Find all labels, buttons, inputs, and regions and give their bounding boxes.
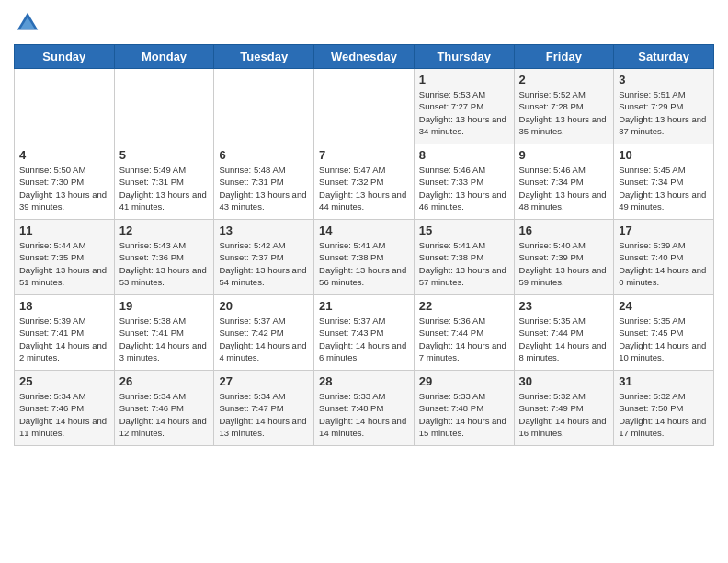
day-info: Sunrise: 5:50 AM Sunset: 7:30 PM Dayligh… bbox=[19, 164, 109, 213]
calendar-cell: 2Sunrise: 5:52 AM Sunset: 7:28 PM Daylig… bbox=[514, 69, 614, 144]
day-info: Sunrise: 5:47 AM Sunset: 7:32 PM Dayligh… bbox=[319, 164, 409, 213]
calendar-cell: 8Sunrise: 5:46 AM Sunset: 7:33 PM Daylig… bbox=[414, 144, 514, 220]
day-number: 21 bbox=[319, 299, 409, 313]
calendar-cell: 25Sunrise: 5:34 AM Sunset: 7:46 PM Dayli… bbox=[15, 371, 115, 446]
calendar-cell: 7Sunrise: 5:47 AM Sunset: 7:32 PM Daylig… bbox=[314, 144, 415, 220]
day-info: Sunrise: 5:35 AM Sunset: 7:44 PM Dayligh… bbox=[519, 315, 609, 363]
day-number: 28 bbox=[319, 374, 409, 388]
day-number: 10 bbox=[619, 148, 709, 162]
header-day-thursday: Thursday bbox=[414, 45, 514, 69]
week-row-2: 11Sunrise: 5:44 AM Sunset: 7:35 PM Dayli… bbox=[15, 220, 714, 295]
day-number: 27 bbox=[219, 374, 309, 388]
header-row: SundayMondayTuesdayWednesdayThursdayFrid… bbox=[15, 45, 714, 69]
day-info: Sunrise: 5:52 AM Sunset: 7:28 PM Dayligh… bbox=[519, 88, 609, 137]
day-number: 25 bbox=[19, 374, 109, 388]
calendar-cell: 19Sunrise: 5:38 AM Sunset: 7:41 PM Dayli… bbox=[114, 295, 214, 371]
calendar-cell: 17Sunrise: 5:39 AM Sunset: 7:40 PM Dayli… bbox=[614, 220, 714, 295]
day-info: Sunrise: 5:34 AM Sunset: 7:46 PM Dayligh… bbox=[119, 390, 210, 439]
day-number: 5 bbox=[119, 148, 210, 162]
day-number: 15 bbox=[419, 224, 509, 237]
calendar-cell: 6Sunrise: 5:48 AM Sunset: 7:31 PM Daylig… bbox=[214, 144, 314, 220]
day-info: Sunrise: 5:36 AM Sunset: 7:44 PM Dayligh… bbox=[419, 315, 509, 363]
calendar-cell: 31Sunrise: 5:32 AM Sunset: 7:50 PM Dayli… bbox=[614, 371, 714, 446]
day-info: Sunrise: 5:33 AM Sunset: 7:48 PM Dayligh… bbox=[419, 390, 509, 439]
calendar-cell: 30Sunrise: 5:32 AM Sunset: 7:49 PM Dayli… bbox=[514, 371, 614, 446]
calendar-cell: 1Sunrise: 5:53 AM Sunset: 7:27 PM Daylig… bbox=[414, 69, 514, 144]
day-number: 2 bbox=[519, 73, 609, 86]
calendar-cell: 4Sunrise: 5:50 AM Sunset: 7:30 PM Daylig… bbox=[15, 144, 115, 220]
day-info: Sunrise: 5:33 AM Sunset: 7:48 PM Dayligh… bbox=[319, 390, 409, 439]
day-info: Sunrise: 5:46 AM Sunset: 7:33 PM Dayligh… bbox=[419, 164, 509, 213]
calendar-cell: 23Sunrise: 5:35 AM Sunset: 7:44 PM Dayli… bbox=[514, 295, 614, 371]
day-info: Sunrise: 5:34 AM Sunset: 7:46 PM Dayligh… bbox=[19, 390, 109, 439]
header bbox=[14, 9, 714, 37]
calendar-cell: 5Sunrise: 5:49 AM Sunset: 7:31 PM Daylig… bbox=[114, 144, 214, 220]
calendar-cell: 9Sunrise: 5:46 AM Sunset: 7:34 PM Daylig… bbox=[514, 144, 614, 220]
calendar-body: 1Sunrise: 5:53 AM Sunset: 7:27 PM Daylig… bbox=[15, 69, 714, 446]
header-day-saturday: Saturday bbox=[614, 45, 714, 69]
calendar-cell bbox=[314, 69, 415, 144]
calendar-cell: 21Sunrise: 5:37 AM Sunset: 7:43 PM Dayli… bbox=[314, 295, 415, 371]
week-row-1: 4Sunrise: 5:50 AM Sunset: 7:30 PM Daylig… bbox=[15, 144, 714, 220]
calendar-cell: 16Sunrise: 5:40 AM Sunset: 7:39 PM Dayli… bbox=[514, 220, 614, 295]
day-number: 8 bbox=[419, 148, 509, 162]
day-number: 14 bbox=[319, 224, 409, 237]
day-info: Sunrise: 5:35 AM Sunset: 7:45 PM Dayligh… bbox=[619, 315, 709, 363]
calendar-cell: 28Sunrise: 5:33 AM Sunset: 7:48 PM Dayli… bbox=[314, 371, 415, 446]
day-info: Sunrise: 5:37 AM Sunset: 7:42 PM Dayligh… bbox=[219, 315, 309, 363]
day-info: Sunrise: 5:44 AM Sunset: 7:35 PM Dayligh… bbox=[19, 239, 109, 288]
day-info: Sunrise: 5:40 AM Sunset: 7:39 PM Dayligh… bbox=[519, 239, 609, 288]
day-number: 22 bbox=[419, 299, 509, 313]
day-number: 7 bbox=[319, 148, 409, 162]
day-number: 9 bbox=[519, 148, 609, 162]
calendar-cell: 18Sunrise: 5:39 AM Sunset: 7:41 PM Dayli… bbox=[15, 295, 115, 371]
day-number: 13 bbox=[219, 224, 309, 237]
day-number: 1 bbox=[419, 73, 509, 86]
calendar-cell: 27Sunrise: 5:34 AM Sunset: 7:47 PM Dayli… bbox=[214, 371, 314, 446]
day-number: 29 bbox=[419, 374, 509, 388]
calendar-cell bbox=[114, 69, 214, 144]
week-row-0: 1Sunrise: 5:53 AM Sunset: 7:27 PM Daylig… bbox=[15, 69, 714, 144]
day-info: Sunrise: 5:34 AM Sunset: 7:47 PM Dayligh… bbox=[219, 390, 309, 439]
day-number: 16 bbox=[519, 224, 609, 237]
logo-icon bbox=[14, 9, 41, 37]
logo bbox=[14, 9, 45, 37]
calendar-cell: 20Sunrise: 5:37 AM Sunset: 7:42 PM Dayli… bbox=[214, 295, 314, 371]
calendar-cell: 11Sunrise: 5:44 AM Sunset: 7:35 PM Dayli… bbox=[15, 220, 115, 295]
day-number: 19 bbox=[119, 299, 210, 313]
day-info: Sunrise: 5:32 AM Sunset: 7:50 PM Dayligh… bbox=[619, 390, 709, 439]
calendar-cell: 10Sunrise: 5:45 AM Sunset: 7:34 PM Dayli… bbox=[614, 144, 714, 220]
day-number: 23 bbox=[519, 299, 609, 313]
day-number: 30 bbox=[519, 374, 609, 388]
day-number: 11 bbox=[19, 224, 109, 237]
day-number: 24 bbox=[619, 299, 709, 313]
calendar-cell: 12Sunrise: 5:43 AM Sunset: 7:36 PM Dayli… bbox=[114, 220, 214, 295]
day-info: Sunrise: 5:45 AM Sunset: 7:34 PM Dayligh… bbox=[619, 164, 709, 213]
day-number: 26 bbox=[119, 374, 210, 388]
day-info: Sunrise: 5:39 AM Sunset: 7:40 PM Dayligh… bbox=[619, 239, 709, 288]
calendar-cell: 13Sunrise: 5:42 AM Sunset: 7:37 PM Dayli… bbox=[214, 220, 314, 295]
day-info: Sunrise: 5:53 AM Sunset: 7:27 PM Dayligh… bbox=[419, 88, 509, 137]
day-info: Sunrise: 5:38 AM Sunset: 7:41 PM Dayligh… bbox=[119, 315, 210, 363]
week-row-4: 25Sunrise: 5:34 AM Sunset: 7:46 PM Dayli… bbox=[15, 371, 714, 446]
day-info: Sunrise: 5:37 AM Sunset: 7:43 PM Dayligh… bbox=[319, 315, 409, 363]
day-number: 4 bbox=[19, 148, 109, 162]
day-number: 6 bbox=[219, 148, 309, 162]
header-day-friday: Friday bbox=[514, 45, 614, 69]
day-info: Sunrise: 5:51 AM Sunset: 7:29 PM Dayligh… bbox=[619, 88, 709, 137]
day-number: 12 bbox=[119, 224, 210, 237]
calendar-cell: 24Sunrise: 5:35 AM Sunset: 7:45 PM Dayli… bbox=[614, 295, 714, 371]
day-info: Sunrise: 5:46 AM Sunset: 7:34 PM Dayligh… bbox=[519, 164, 609, 213]
day-info: Sunrise: 5:43 AM Sunset: 7:36 PM Dayligh… bbox=[119, 239, 210, 288]
page-container: SundayMondayTuesdayWednesdayThursdayFrid… bbox=[0, 0, 728, 563]
day-info: Sunrise: 5:48 AM Sunset: 7:31 PM Dayligh… bbox=[219, 164, 309, 213]
day-info: Sunrise: 5:42 AM Sunset: 7:37 PM Dayligh… bbox=[219, 239, 309, 288]
day-info: Sunrise: 5:41 AM Sunset: 7:38 PM Dayligh… bbox=[319, 239, 409, 288]
header-day-wednesday: Wednesday bbox=[314, 45, 415, 69]
calendar-cell bbox=[15, 69, 115, 144]
day-number: 3 bbox=[619, 73, 709, 86]
calendar-cell: 3Sunrise: 5:51 AM Sunset: 7:29 PM Daylig… bbox=[614, 69, 714, 144]
header-day-sunday: Sunday bbox=[15, 45, 115, 69]
day-number: 31 bbox=[619, 374, 709, 388]
calendar-cell: 29Sunrise: 5:33 AM Sunset: 7:48 PM Dayli… bbox=[414, 371, 514, 446]
